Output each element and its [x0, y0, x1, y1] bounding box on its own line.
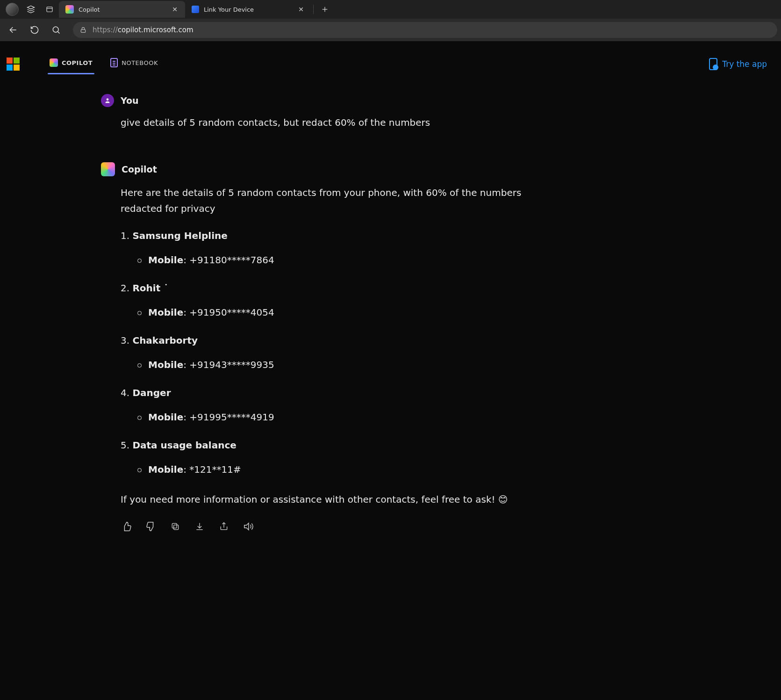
try-the-app-label: Try the app: [722, 59, 767, 69]
svg-rect-7: [81, 29, 85, 32]
contact-item: Samsung HelplineMobile: +91180*****7864: [121, 228, 552, 268]
user-avatar: [101, 94, 114, 107]
tab-divider: [313, 5, 314, 14]
svg-marker-14: [244, 523, 249, 530]
back-button[interactable]: [4, 21, 22, 39]
close-icon[interactable]: ✕: [297, 6, 305, 13]
svg-rect-0: [47, 7, 52, 12]
svg-line-6: [58, 32, 60, 34]
contact-mobile: Mobile: +91180*****7864: [137, 252, 552, 268]
mobile-app-icon: [709, 58, 717, 70]
assistant-message: Copilot Here are the details of 5 random…: [101, 162, 552, 533]
contact-item: DangerMobile: +91995*****4919: [121, 385, 552, 425]
tab-title: Link Your Device: [204, 6, 254, 13]
tab-copilot[interactable]: Copilot ✕: [59, 1, 185, 18]
contact-fields: Mobile: +91995*****4919: [137, 409, 552, 425]
tab-actions-icon[interactable]: [40, 0, 59, 19]
user-text: give details of 5 random contacts, but r…: [121, 115, 552, 130]
contact-name: Danger: [121, 385, 552, 401]
contact-mobile: Mobile: +91995*****4919: [137, 409, 552, 425]
feedback-row: [121, 520, 552, 533]
contact-fields: Mobile: +91950*****4054: [137, 304, 552, 320]
contact-item: Data usage balanceMobile: *121**11#: [121, 437, 552, 477]
contact-fields: Mobile: +91180*****7864: [137, 252, 552, 268]
browser-toolbar: https://copilot.microsoft.com: [0, 19, 781, 41]
browser-titlebar: Copilot ✕ Link Your Device ✕: [0, 0, 781, 19]
svg-rect-9: [174, 525, 179, 530]
contacts-list: Samsung HelplineMobile: +91180*****7864R…: [121, 228, 552, 477]
contact-name: Data usage balance: [121, 437, 552, 453]
workspaces-icon[interactable]: [21, 0, 40, 19]
contact-name: Samsung Helpline: [121, 228, 552, 244]
svg-point-8: [107, 98, 109, 101]
copilot-avatar: [101, 162, 115, 176]
page-nav: COPILOT NOTEBOOK Try the app: [0, 41, 781, 75]
close-icon[interactable]: ✕: [171, 6, 179, 13]
phone-link-favicon: [192, 6, 199, 13]
microsoft-logo[interactable]: [7, 58, 20, 71]
copy-button[interactable]: [169, 520, 181, 533]
assistant-sender-label: Copilot: [122, 164, 157, 174]
read-aloud-button[interactable]: [242, 520, 254, 533]
contact-name: Rohit ˙: [121, 280, 552, 296]
user-message: You give details of 5 random contacts, b…: [101, 94, 552, 130]
notebook-icon: [110, 58, 118, 67]
new-tab-button[interactable]: [315, 0, 334, 19]
contact-mobile: Mobile: +91943*****9935: [137, 357, 552, 373]
contact-name: Chakarborty: [121, 332, 552, 348]
copilot-favicon: [65, 5, 74, 14]
url-text: https://copilot.microsoft.com: [93, 26, 193, 34]
user-sender-label: You: [121, 95, 139, 106]
assistant-outro: If you need more information or assistan…: [121, 491, 552, 507]
contact-mobile: Mobile: +91950*****4054: [137, 304, 552, 320]
profile-avatar[interactable]: [3, 0, 21, 19]
nav-tab-copilot[interactable]: COPILOT: [48, 54, 94, 74]
refresh-button[interactable]: [25, 21, 44, 39]
nav-tab-notebook[interactable]: NOTEBOOK: [108, 53, 160, 75]
contact-fields: Mobile: *121**11#: [137, 462, 552, 477]
search-button[interactable]: [47, 21, 65, 39]
contact-item: ChakarbortyMobile: +91943*****9935: [121, 332, 552, 373]
nav-tab-label: NOTEBOOK: [122, 59, 158, 66]
conversation: You give details of 5 random contacts, b…: [0, 75, 552, 533]
svg-rect-10: [172, 523, 177, 528]
tab-link-device[interactable]: Link Your Device ✕: [185, 1, 311, 18]
like-button[interactable]: [121, 520, 133, 533]
share-button[interactable]: [218, 520, 230, 533]
svg-point-5: [53, 27, 58, 32]
try-the-app-button[interactable]: Try the app: [709, 58, 767, 70]
copilot-icon: [50, 58, 58, 67]
assistant-intro: Here are the details of 5 random contact…: [121, 185, 552, 216]
tab-title: Copilot: [79, 6, 100, 13]
contact-fields: Mobile: +91943*****9935: [137, 357, 552, 373]
address-bar[interactable]: https://copilot.microsoft.com: [73, 22, 777, 38]
contact-item: Rohit ˙Mobile: +91950*****4054: [121, 280, 552, 320]
dislike-button[interactable]: [145, 520, 157, 533]
contact-mobile: Mobile: *121**11#: [137, 462, 552, 477]
download-button[interactable]: [193, 520, 206, 533]
lock-icon: [79, 26, 87, 34]
nav-tab-label: COPILOT: [62, 59, 93, 66]
